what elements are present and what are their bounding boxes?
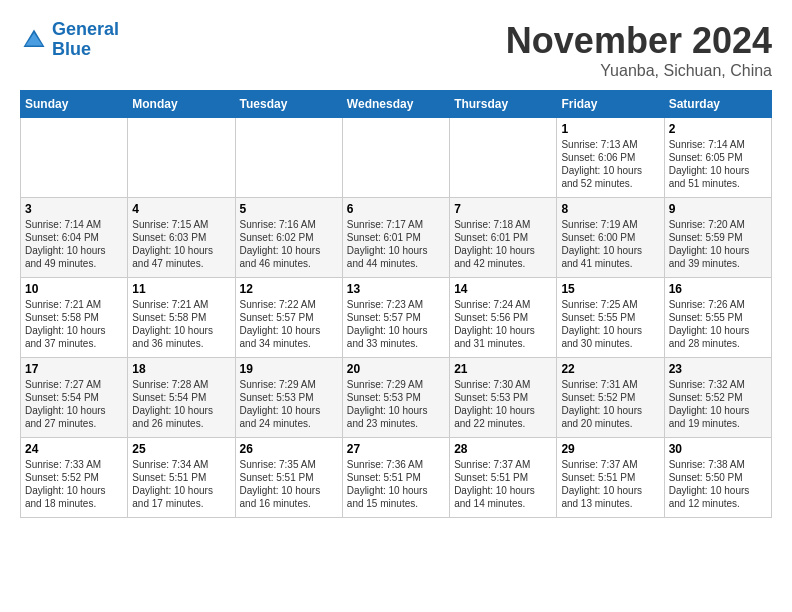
calendar-cell: 7Sunrise: 7:18 AM Sunset: 6:01 PM Daylig… bbox=[450, 198, 557, 278]
day-details: Sunrise: 7:14 AM Sunset: 6:05 PM Dayligh… bbox=[669, 138, 767, 190]
calendar-cell bbox=[342, 118, 449, 198]
calendar-cell: 5Sunrise: 7:16 AM Sunset: 6:02 PM Daylig… bbox=[235, 198, 342, 278]
day-details: Sunrise: 7:37 AM Sunset: 5:51 PM Dayligh… bbox=[561, 458, 659, 510]
logo-icon bbox=[20, 26, 48, 54]
day-details: Sunrise: 7:24 AM Sunset: 5:56 PM Dayligh… bbox=[454, 298, 552, 350]
day-details: Sunrise: 7:30 AM Sunset: 5:53 PM Dayligh… bbox=[454, 378, 552, 430]
calendar-cell bbox=[128, 118, 235, 198]
day-details: Sunrise: 7:33 AM Sunset: 5:52 PM Dayligh… bbox=[25, 458, 123, 510]
day-number: 28 bbox=[454, 442, 552, 456]
calendar-cell: 11Sunrise: 7:21 AM Sunset: 5:58 PM Dayli… bbox=[128, 278, 235, 358]
calendar-cell: 4Sunrise: 7:15 AM Sunset: 6:03 PM Daylig… bbox=[128, 198, 235, 278]
calendar-cell: 18Sunrise: 7:28 AM Sunset: 5:54 PM Dayli… bbox=[128, 358, 235, 438]
day-number: 26 bbox=[240, 442, 338, 456]
calendar-cell: 3Sunrise: 7:14 AM Sunset: 6:04 PM Daylig… bbox=[21, 198, 128, 278]
calendar-cell: 27Sunrise: 7:36 AM Sunset: 5:51 PM Dayli… bbox=[342, 438, 449, 518]
calendar-cell: 8Sunrise: 7:19 AM Sunset: 6:00 PM Daylig… bbox=[557, 198, 664, 278]
calendar-cell bbox=[235, 118, 342, 198]
calendar-cell: 24Sunrise: 7:33 AM Sunset: 5:52 PM Dayli… bbox=[21, 438, 128, 518]
day-number: 1 bbox=[561, 122, 659, 136]
day-number: 9 bbox=[669, 202, 767, 216]
day-details: Sunrise: 7:16 AM Sunset: 6:02 PM Dayligh… bbox=[240, 218, 338, 270]
day-number: 25 bbox=[132, 442, 230, 456]
day-details: Sunrise: 7:25 AM Sunset: 5:55 PM Dayligh… bbox=[561, 298, 659, 350]
day-number: 6 bbox=[347, 202, 445, 216]
day-details: Sunrise: 7:19 AM Sunset: 6:00 PM Dayligh… bbox=[561, 218, 659, 270]
day-number: 7 bbox=[454, 202, 552, 216]
day-details: Sunrise: 7:27 AM Sunset: 5:54 PM Dayligh… bbox=[25, 378, 123, 430]
calendar-cell: 13Sunrise: 7:23 AM Sunset: 5:57 PM Dayli… bbox=[342, 278, 449, 358]
day-number: 4 bbox=[132, 202, 230, 216]
calendar-header-friday: Friday bbox=[557, 91, 664, 118]
calendar-cell: 16Sunrise: 7:26 AM Sunset: 5:55 PM Dayli… bbox=[664, 278, 771, 358]
day-number: 24 bbox=[25, 442, 123, 456]
day-number: 11 bbox=[132, 282, 230, 296]
day-number: 22 bbox=[561, 362, 659, 376]
calendar-header-saturday: Saturday bbox=[664, 91, 771, 118]
calendar-cell: 25Sunrise: 7:34 AM Sunset: 5:51 PM Dayli… bbox=[128, 438, 235, 518]
calendar-week-row: 10Sunrise: 7:21 AM Sunset: 5:58 PM Dayli… bbox=[21, 278, 772, 358]
day-number: 14 bbox=[454, 282, 552, 296]
calendar-cell: 17Sunrise: 7:27 AM Sunset: 5:54 PM Dayli… bbox=[21, 358, 128, 438]
calendar-cell: 2Sunrise: 7:14 AM Sunset: 6:05 PM Daylig… bbox=[664, 118, 771, 198]
calendar-cell bbox=[21, 118, 128, 198]
day-details: Sunrise: 7:35 AM Sunset: 5:51 PM Dayligh… bbox=[240, 458, 338, 510]
calendar-cell: 28Sunrise: 7:37 AM Sunset: 5:51 PM Dayli… bbox=[450, 438, 557, 518]
month-title: November 2024 bbox=[506, 20, 772, 62]
calendar-cell bbox=[450, 118, 557, 198]
day-details: Sunrise: 7:29 AM Sunset: 5:53 PM Dayligh… bbox=[347, 378, 445, 430]
day-number: 20 bbox=[347, 362, 445, 376]
calendar-cell: 19Sunrise: 7:29 AM Sunset: 5:53 PM Dayli… bbox=[235, 358, 342, 438]
calendar-header-thursday: Thursday bbox=[450, 91, 557, 118]
day-number: 29 bbox=[561, 442, 659, 456]
day-number: 27 bbox=[347, 442, 445, 456]
day-details: Sunrise: 7:26 AM Sunset: 5:55 PM Dayligh… bbox=[669, 298, 767, 350]
calendar-cell: 12Sunrise: 7:22 AM Sunset: 5:57 PM Dayli… bbox=[235, 278, 342, 358]
calendar-cell: 9Sunrise: 7:20 AM Sunset: 5:59 PM Daylig… bbox=[664, 198, 771, 278]
day-details: Sunrise: 7:13 AM Sunset: 6:06 PM Dayligh… bbox=[561, 138, 659, 190]
day-details: Sunrise: 7:38 AM Sunset: 5:50 PM Dayligh… bbox=[669, 458, 767, 510]
day-number: 16 bbox=[669, 282, 767, 296]
day-details: Sunrise: 7:14 AM Sunset: 6:04 PM Dayligh… bbox=[25, 218, 123, 270]
calendar-week-row: 3Sunrise: 7:14 AM Sunset: 6:04 PM Daylig… bbox=[21, 198, 772, 278]
day-number: 21 bbox=[454, 362, 552, 376]
calendar-week-row: 1Sunrise: 7:13 AM Sunset: 6:06 PM Daylig… bbox=[21, 118, 772, 198]
day-details: Sunrise: 7:22 AM Sunset: 5:57 PM Dayligh… bbox=[240, 298, 338, 350]
calendar-header-tuesday: Tuesday bbox=[235, 91, 342, 118]
day-number: 10 bbox=[25, 282, 123, 296]
page-header: General Blue November 2024 Yuanba, Sichu… bbox=[20, 20, 772, 80]
calendar-cell: 1Sunrise: 7:13 AM Sunset: 6:06 PM Daylig… bbox=[557, 118, 664, 198]
calendar-week-row: 17Sunrise: 7:27 AM Sunset: 5:54 PM Dayli… bbox=[21, 358, 772, 438]
day-details: Sunrise: 7:37 AM Sunset: 5:51 PM Dayligh… bbox=[454, 458, 552, 510]
day-number: 3 bbox=[25, 202, 123, 216]
calendar-cell: 6Sunrise: 7:17 AM Sunset: 6:01 PM Daylig… bbox=[342, 198, 449, 278]
day-details: Sunrise: 7:31 AM Sunset: 5:52 PM Dayligh… bbox=[561, 378, 659, 430]
day-details: Sunrise: 7:32 AM Sunset: 5:52 PM Dayligh… bbox=[669, 378, 767, 430]
calendar-table: SundayMondayTuesdayWednesdayThursdayFrid… bbox=[20, 90, 772, 518]
calendar-header-sunday: Sunday bbox=[21, 91, 128, 118]
logo: General Blue bbox=[20, 20, 119, 60]
day-details: Sunrise: 7:29 AM Sunset: 5:53 PM Dayligh… bbox=[240, 378, 338, 430]
day-number: 8 bbox=[561, 202, 659, 216]
day-number: 30 bbox=[669, 442, 767, 456]
calendar-header-monday: Monday bbox=[128, 91, 235, 118]
day-number: 23 bbox=[669, 362, 767, 376]
day-number: 19 bbox=[240, 362, 338, 376]
calendar-cell: 29Sunrise: 7:37 AM Sunset: 5:51 PM Dayli… bbox=[557, 438, 664, 518]
day-details: Sunrise: 7:20 AM Sunset: 5:59 PM Dayligh… bbox=[669, 218, 767, 270]
day-details: Sunrise: 7:15 AM Sunset: 6:03 PM Dayligh… bbox=[132, 218, 230, 270]
logo-line1: General bbox=[52, 19, 119, 39]
day-details: Sunrise: 7:23 AM Sunset: 5:57 PM Dayligh… bbox=[347, 298, 445, 350]
calendar-cell: 10Sunrise: 7:21 AM Sunset: 5:58 PM Dayli… bbox=[21, 278, 128, 358]
day-number: 5 bbox=[240, 202, 338, 216]
calendar-cell: 26Sunrise: 7:35 AM Sunset: 5:51 PM Dayli… bbox=[235, 438, 342, 518]
day-details: Sunrise: 7:18 AM Sunset: 6:01 PM Dayligh… bbox=[454, 218, 552, 270]
day-number: 17 bbox=[25, 362, 123, 376]
day-number: 12 bbox=[240, 282, 338, 296]
day-number: 18 bbox=[132, 362, 230, 376]
calendar-header-row: SundayMondayTuesdayWednesdayThursdayFrid… bbox=[21, 91, 772, 118]
logo-line2: Blue bbox=[52, 39, 91, 59]
location: Yuanba, Sichuan, China bbox=[506, 62, 772, 80]
day-details: Sunrise: 7:34 AM Sunset: 5:51 PM Dayligh… bbox=[132, 458, 230, 510]
day-details: Sunrise: 7:21 AM Sunset: 5:58 PM Dayligh… bbox=[25, 298, 123, 350]
